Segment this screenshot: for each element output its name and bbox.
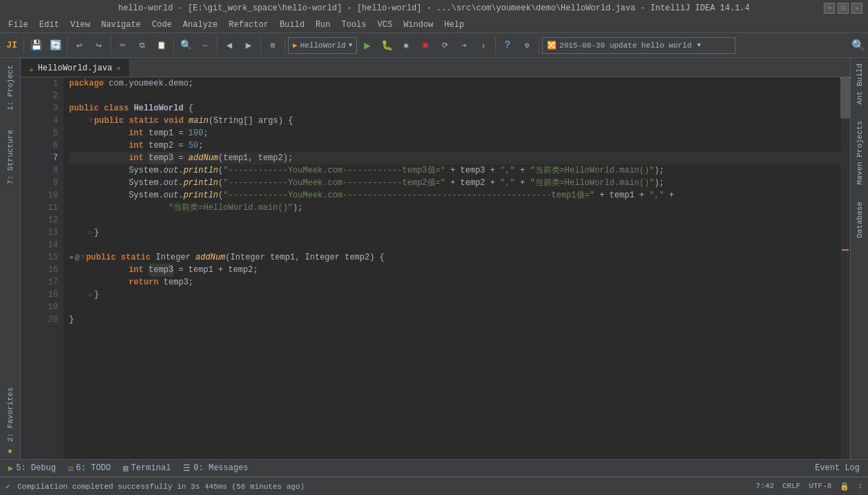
fold-triangle-15[interactable]: ▽ xyxy=(81,251,84,264)
todo-tab-label: 6: TODO xyxy=(76,463,110,473)
menu-build[interactable]: Build xyxy=(274,18,310,32)
find-button[interactable]: 🔍 xyxy=(177,37,195,55)
status-right-panel: 7:42 CRLF UTF-8 🔒 ↕ xyxy=(756,482,862,491)
code-line-20: } xyxy=(69,313,840,326)
menu-vcs[interactable]: VCS xyxy=(372,18,398,32)
editor-tab-helloworld[interactable]: ☕ HelloWorld.java ✕ xyxy=(21,59,129,77)
cut-button[interactable]: ✂ xyxy=(114,37,132,55)
menu-window[interactable]: Window xyxy=(398,18,438,32)
cursor-position[interactable]: 7:42 xyxy=(756,482,774,491)
messages-tab-label: 0: Messages xyxy=(193,463,248,473)
bottom-tab-terminal[interactable]: ▤ Terminal xyxy=(118,460,177,476)
code-line-8: System . out . println ( "------------Yo… xyxy=(69,164,840,177)
favorites-icon[interactable]: 2: Favorites ★ xyxy=(5,385,16,456)
gutter-9 xyxy=(21,177,32,189)
close-button[interactable]: ✕ xyxy=(851,3,862,14)
maximize-button[interactable]: □ xyxy=(838,3,849,14)
gutter-20 xyxy=(21,313,32,326)
rebuild-button[interactable]: ⟳ xyxy=(436,37,454,55)
menu-code[interactable]: Code xyxy=(146,18,177,32)
line-ending[interactable]: CRLF xyxy=(782,482,800,491)
vertical-scrollbar[interactable] xyxy=(840,77,850,459)
bottom-tab-debug[interactable]: ▶ 5: Debug xyxy=(3,460,61,476)
gutter-15 xyxy=(21,251,32,264)
code-line-5: int temp1 = 100 ; xyxy=(69,127,840,139)
undo-button[interactable]: ↩ xyxy=(70,37,88,55)
fold-triangle-18[interactable]: ▷ xyxy=(89,289,93,301)
menu-analyze[interactable]: Analyze xyxy=(177,18,223,32)
menu-navigate[interactable]: Navigate xyxy=(95,18,146,32)
tab-bar: ☕ HelloWorld.java ✕ xyxy=(21,58,850,77)
menu-edit[interactable]: Edit xyxy=(34,18,65,32)
scroll-thumb[interactable] xyxy=(840,77,850,119)
sidebar-tab-project[interactable]: 1: Project xyxy=(5,61,16,115)
run-button[interactable]: ▶ xyxy=(358,37,376,55)
minimize-button[interactable]: ─ xyxy=(824,3,835,14)
code-content[interactable]: package com.youmeek.demo; public class H… xyxy=(64,77,840,459)
bottom-tab-todo[interactable]: ☑ 6: TODO xyxy=(63,460,117,476)
help-button[interactable]: ? xyxy=(499,37,517,55)
structure-button[interactable]: ⊞ xyxy=(264,37,282,55)
save-all-button[interactable]: 💾 xyxy=(27,37,45,55)
sidebar-tab-database[interactable]: Database xyxy=(853,196,867,244)
main-content: 1: Project 7: Structure 2: Favorites ★ ☕… xyxy=(0,58,868,459)
code-line-4: ▽ public static void main ( String [] ar… xyxy=(69,115,840,127)
menu-refactor[interactable]: Refactor xyxy=(223,18,274,32)
menu-view[interactable]: View xyxy=(65,18,96,32)
redo-button[interactable]: ↪ xyxy=(90,37,108,55)
code-line-13: ▷ } xyxy=(69,226,840,239)
menu-file[interactable]: File xyxy=(3,18,34,32)
ln-10: 10 xyxy=(32,189,58,202)
ln-15: 15 xyxy=(32,251,58,264)
ln-13: 13 xyxy=(32,226,58,239)
forward-button[interactable]: ▶ xyxy=(240,37,258,55)
run-config-selector[interactable]: ▶ HelloWorld ▼ xyxy=(288,37,357,54)
sidebar-tab-structure[interactable]: 7: Structure xyxy=(5,126,16,188)
code-line-11: "当前类=HelloWorld.main()" ); xyxy=(69,202,840,214)
sdk-button[interactable]: ⚙ xyxy=(518,37,536,55)
back-button[interactable]: ◀ xyxy=(220,37,238,55)
debug-button[interactable]: 🐛 xyxy=(378,37,396,55)
run-config-icon: ▶ xyxy=(293,41,298,50)
bottom-tab-messages[interactable]: ☰ 0: Messages xyxy=(177,460,253,476)
ln-17: 17 xyxy=(32,276,58,289)
breakpoint-15[interactable]: ● xyxy=(69,251,74,264)
code-editor[interactable]: 1 2 3 4 5 6 7 8 9 10 11 12 13 14 15 16 1… xyxy=(21,77,850,459)
code-line-10: System . out . println ( "------------Yo… xyxy=(69,189,840,202)
debug-tab-label: 5: Debug xyxy=(16,463,56,473)
gutter-14 xyxy=(21,239,32,251)
vcs-commit-box[interactable]: 🔀 2015-08-30 update hello world ▼ xyxy=(542,37,735,54)
ln-6: 6 xyxy=(32,139,58,152)
menu-tools[interactable]: Tools xyxy=(336,18,372,32)
code-line-14 xyxy=(69,239,840,251)
messages-tab-icon: ☰ xyxy=(183,463,191,474)
run-coverage-button[interactable]: ◉ xyxy=(397,37,415,55)
menu-help[interactable]: Help xyxy=(438,18,470,32)
fold-triangle-13[interactable]: ▷ xyxy=(89,226,93,239)
event-log-button[interactable]: Event Log xyxy=(809,460,865,476)
event-log-label: Event Log xyxy=(815,463,860,473)
code-line-3: public class HelloWorld { xyxy=(69,102,840,115)
fold-triangle-4[interactable]: ▽ xyxy=(89,115,93,127)
sidebar-tab-ant-build[interactable]: Ant Build xyxy=(853,58,867,110)
sidebar-tab-maven[interactable]: Maven Projects xyxy=(853,115,867,190)
synchronize-button[interactable]: 🔄 xyxy=(46,37,64,55)
paste-button[interactable]: 📋 xyxy=(153,37,171,55)
tab-label: HelloWorld.java xyxy=(38,64,113,73)
terminal-tab-icon: ▤ xyxy=(124,463,128,474)
step-over-button[interactable]: ⇥ xyxy=(455,37,473,55)
tab-close-button[interactable]: ✕ xyxy=(117,64,121,72)
ln-19: 19 xyxy=(32,301,58,313)
charset[interactable]: UTF-8 xyxy=(809,482,831,491)
step-into-button[interactable]: ⇓ xyxy=(474,37,492,55)
toolbar-sep-4 xyxy=(173,37,174,54)
code-line-1: package com.youmeek.demo; xyxy=(69,77,840,90)
ln-3: 3 xyxy=(32,102,58,115)
menu-run[interactable]: Run xyxy=(310,18,336,32)
code-line-12 xyxy=(69,214,840,226)
replace-button[interactable]: ↔ xyxy=(196,37,214,55)
stop-button[interactable]: ■ xyxy=(416,37,434,55)
code-line-15: ● @ ▽ public static Integer addNum ( Int… xyxy=(69,251,840,264)
copy-button[interactable]: ⧉ xyxy=(133,37,151,55)
global-search-icon[interactable]: 🔍 xyxy=(851,39,865,52)
